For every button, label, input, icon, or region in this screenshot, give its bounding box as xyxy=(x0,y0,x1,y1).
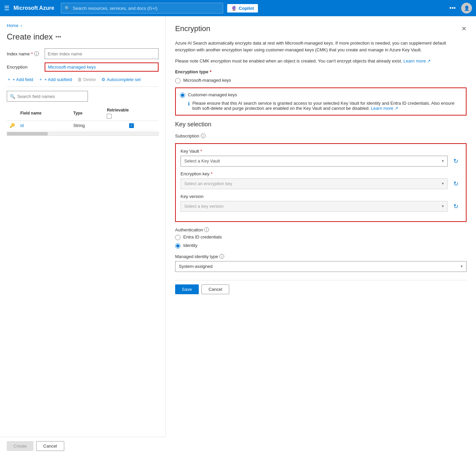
table-row: 🔑 id String ✓ xyxy=(7,121,159,130)
search-icon: 🔍 xyxy=(65,6,70,11)
retrievable-checkbox[interactable]: ✓ xyxy=(129,123,134,128)
key-vault-box: Key Vault * Select a Key Vault ▾ ↻ Encry… xyxy=(175,143,467,222)
global-search[interactable]: 🔍 Search resources, services, and docs (… xyxy=(61,3,223,14)
managed-identity-info-icon[interactable]: i xyxy=(219,254,224,259)
cmk-info-text: Please ensure that this AI search servic… xyxy=(192,101,462,111)
top-nav: ☰ Microsoft Azure 🔍 Search resources, se… xyxy=(0,0,476,16)
delete-icon: 🗑 xyxy=(77,77,82,82)
hamburger-icon[interactable]: ☰ xyxy=(4,4,9,12)
col-type: Type xyxy=(71,106,104,121)
autocomplete-button[interactable]: ⚙ Autocomplete set xyxy=(101,76,141,83)
key-vault-row: Key Vault * Select a Key Vault ▾ ↻ xyxy=(181,149,461,167)
key-version-dropdown[interactable]: Select a key version ▾ xyxy=(181,201,448,212)
encryption-label: Encryption xyxy=(7,65,41,70)
encryption-key-row: Encryption key * Select an encryption ke… xyxy=(181,171,461,189)
encryption-type-section: Encryption type * xyxy=(175,69,467,74)
cmk-radio[interactable] xyxy=(180,93,185,98)
col-retrievable: Retrievable xyxy=(104,106,159,121)
key-vault-chevron-icon: ▾ xyxy=(442,159,444,163)
flyout-bottom-buttons: Save Cancel xyxy=(175,280,467,294)
key-version-refresh-button[interactable]: ↻ xyxy=(450,201,461,212)
mmk-label: Microsoft-managed keys xyxy=(183,78,231,83)
flyout-title: Encryption xyxy=(175,24,210,33)
encryption-key-refresh-button[interactable]: ↻ xyxy=(450,178,461,189)
row-field-name: id xyxy=(18,121,71,130)
delete-button[interactable]: 🗑 Delete xyxy=(77,76,96,83)
toolbar: ＋ + Add field ＋ + Add subfield 🗑 Delete … xyxy=(7,75,159,87)
index-name-row: Index name * i xyxy=(7,48,159,59)
managed-identity-chevron-icon: ▾ xyxy=(461,264,463,269)
search-field-wrap: 🔍 xyxy=(7,91,88,102)
identity-radio[interactable] xyxy=(175,243,181,249)
authentication-section: Authentication i Entra ID credentials Id… xyxy=(175,227,467,272)
index-name-info-icon[interactable]: i xyxy=(34,51,39,56)
cancel-button-left[interactable]: Cancel xyxy=(36,441,64,451)
key-version-chevron-icon: ▾ xyxy=(442,204,444,208)
encryption-value[interactable]: Microsoft-managed keys xyxy=(45,62,159,72)
search-field-icon: 🔍 xyxy=(10,94,15,99)
copilot-label: Copilot xyxy=(239,6,254,11)
save-button[interactable]: Save xyxy=(175,284,199,294)
index-name-input[interactable] xyxy=(45,48,159,59)
col-key xyxy=(7,106,18,121)
entra-id-option: Entra ID credentials xyxy=(175,234,467,240)
row-key-icon: 🔑 xyxy=(7,121,18,130)
copilot-button[interactable]: 🔮 Copilot xyxy=(227,4,258,12)
field-table-scroll: Field name Type Retrievable 🔑 id xyxy=(7,106,159,136)
avatar[interactable]: 👤 xyxy=(461,3,472,14)
search-placeholder-text: Search resources, services, and docs (G+… xyxy=(73,6,157,11)
key-version-label: Key version xyxy=(181,194,461,199)
authentication-info-icon[interactable]: i xyxy=(204,227,209,232)
main-container: Home › Create index ••• Index name * i E… xyxy=(0,16,476,455)
retrievable-header-checkbox[interactable] xyxy=(107,114,112,119)
encryption-key-dropdown-row: Select an encryption key ▾ ↻ xyxy=(181,178,461,189)
cmk-box: Customer-managed keys ℹ Please ensure th… xyxy=(175,87,467,116)
avatar-icon: 👤 xyxy=(464,5,470,11)
add-subfield-button[interactable]: ＋ + Add subfield xyxy=(39,75,72,84)
learn-more-icon-1: ↗ xyxy=(427,58,431,64)
horizontal-scrollbar[interactable] xyxy=(7,132,159,136)
key-vault-dropdown[interactable]: Select a Key Vault ▾ xyxy=(181,156,448,167)
create-button[interactable]: Create xyxy=(7,441,33,451)
entra-id-label: Entra ID credentials xyxy=(183,234,222,239)
key-version-row: Key version Select a key version ▾ ↻ xyxy=(181,194,461,212)
identity-label: Identity xyxy=(183,243,197,248)
index-name-required: * xyxy=(31,51,33,56)
nav-right-actions: ••• 👤 xyxy=(449,3,472,14)
cmk-info-box: ℹ Please ensure that this AI search serv… xyxy=(188,101,462,111)
managed-identity-dropdown[interactable]: System-assigned ▾ xyxy=(175,261,467,272)
mmk-option: Microsoft-managed keys xyxy=(175,78,467,83)
info-paragraph-1: Azure AI Search automatically encrypts d… xyxy=(175,40,467,53)
add-field-button[interactable]: ＋ + Add field xyxy=(7,75,33,84)
brand-name: Microsoft Azure xyxy=(14,5,54,11)
learn-more-link-1[interactable]: Learn more ↗ xyxy=(403,58,431,64)
breadcrumb-home[interactable]: Home xyxy=(7,23,19,28)
subscription-info-icon[interactable]: i xyxy=(201,133,206,138)
mmk-radio[interactable] xyxy=(175,78,181,83)
flyout-header: Encryption ✕ xyxy=(175,24,467,33)
encryption-key-chevron-icon: ▾ xyxy=(442,181,444,186)
encryption-key-dropdown[interactable]: Select an encryption key ▾ xyxy=(181,178,448,189)
page-title-options[interactable]: ••• xyxy=(55,34,61,40)
entra-id-radio[interactable] xyxy=(175,235,181,240)
scrollbar-thumb[interactable] xyxy=(7,132,48,135)
cmk-learn-more-link[interactable]: Learn more ↗ xyxy=(371,106,398,111)
row-retrievable: ✓ xyxy=(104,121,159,130)
cancel-button-right[interactable]: Cancel xyxy=(201,284,229,294)
cmk-learn-more-icon: ↗ xyxy=(395,106,398,111)
copilot-icon: 🔮 xyxy=(231,6,237,11)
key-vault-dropdown-row: Select a Key Vault ▾ ↻ xyxy=(181,156,461,167)
flyout-close-button[interactable]: ✕ xyxy=(461,25,467,32)
cmk-label: Customer-managed keys xyxy=(188,92,237,97)
encryption-flyout: Encryption ✕ Azure AI Search automatical… xyxy=(166,16,476,455)
subscription-row: Subscription i xyxy=(175,133,467,138)
left-panel: Home › Create index ••• Index name * i E… xyxy=(0,16,166,455)
search-field-input[interactable] xyxy=(17,94,85,99)
more-options-icon[interactable]: ••• xyxy=(449,5,456,12)
key-vault-required: * xyxy=(200,149,202,154)
authentication-label: Authentication i xyxy=(175,227,467,232)
key-vault-placeholder: Select a Key Vault xyxy=(184,158,220,163)
key-vault-refresh-button[interactable]: ↻ xyxy=(450,156,461,167)
encryption-row: Encryption Microsoft-managed keys xyxy=(7,62,159,72)
encryption-key-label: Encryption key * xyxy=(181,171,461,176)
